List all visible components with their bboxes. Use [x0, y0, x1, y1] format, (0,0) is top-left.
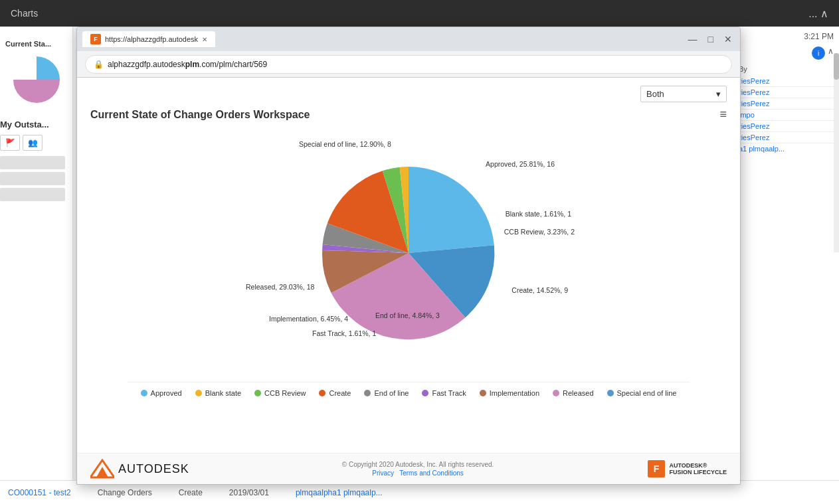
legend-dot-implementation [480, 390, 486, 396]
right-list-item[interactable]: riesPerez [739, 76, 834, 87]
autodesk-logo: AUTODESK [90, 459, 189, 479]
pie-container: Approved, 25.81%, 16 Blank state, 1.61%,… [236, 127, 581, 379]
chart-page-header: Both ▾ [77, 78, 740, 108]
footer-center: © Copyright 2020 Autodesk, Inc. All righ… [342, 461, 494, 477]
legend-label-eol: End of line [374, 389, 409, 397]
app-header-icons: ... ∧ [808, 7, 828, 20]
legend-dot-fast-track [422, 390, 428, 396]
chrome-omnibar: 🔒 alphazzgdfp.autodeskplm.com/plm/chart/… [77, 51, 740, 78]
chrome-tab[interactable]: F https://alphazzgdfp.autodesk ✕ [82, 31, 215, 47]
list-row [0, 188, 65, 201]
right-panel: 3:21 PM i ∧ By riesPerez riesPerez riesP… [733, 27, 839, 504]
legend-label-fast-track: Fast Track [432, 389, 466, 397]
list-row [0, 156, 65, 169]
legend-label-create: Create [329, 389, 351, 397]
hamburger-icon[interactable]: ≡ [719, 108, 727, 122]
fusion-product: FUSION LIFECYCLE [669, 469, 727, 475]
bottom-item-5[interactable]: plmqaalpha1 plmqaalp... [296, 488, 383, 497]
list-row [0, 172, 65, 185]
fusion-lifecycle-logo: F AUTODESK® FUSION LIFECYCLE [646, 459, 727, 479]
both-dropdown[interactable]: Both ▾ [640, 86, 727, 102]
chart-footer: AUTODESK © Copyright 2020 Autodesk, Inc.… [77, 453, 740, 484]
slice-approved[interactable] [409, 167, 494, 253]
fusion-brand: AUTODESK® [669, 462, 727, 469]
maximize-button[interactable]: □ [705, 33, 716, 46]
expand-icon[interactable]: ∧ [828, 46, 834, 60]
chart-area: Approved, 25.81%, 16 Blank state, 1.61%,… [90, 127, 727, 404]
pie-slices [322, 167, 494, 339]
copyright-text: © Copyright 2020 Autodesk, Inc. All righ… [342, 461, 494, 468]
current-state-label: Current Sta... [0, 40, 72, 53]
chart-page: Both ▾ Current State of Change Orders Wo… [77, 78, 740, 484]
legend-item-special-eol: Special end of line [607, 389, 677, 397]
close-tab-icon[interactable]: ✕ [202, 36, 207, 43]
autodesk-text: AUTODESK [118, 462, 189, 476]
app-title: Charts [11, 8, 38, 19]
bottom-item-4: 2019/03/01 [229, 488, 269, 497]
chrome-titlebar: F https://alphazzgdfp.autodesk ✕ — □ ✕ [77, 27, 740, 51]
legend-item-eol: End of line [364, 389, 409, 397]
by-label: By [739, 65, 834, 73]
legend-dot-ccb-review [254, 390, 261, 396]
autodesk-logo-svg [90, 459, 114, 479]
legend-item-fast-track: Fast Track [422, 389, 466, 397]
minimize-button[interactable]: — [686, 33, 700, 46]
bottom-item-2: Change Orders [98, 488, 152, 497]
legend-label-implementation: Implementation [490, 389, 539, 397]
legend-item-implementation: Implementation [480, 389, 539, 397]
legend-item-ccb-review: CCB Review [254, 389, 306, 397]
chart-legend: Approved Blank state CCB Review Create [128, 382, 690, 404]
legend-label-special-eol: Special end of line [617, 389, 677, 397]
bottom-item-1[interactable]: CO000151 - test2 [8, 488, 71, 497]
privacy-link[interactable]: Privacy [372, 469, 394, 477]
scrollbar-thumb[interactable] [834, 53, 839, 80]
right-list-item[interactable]: riesPerez [739, 98, 834, 110]
list-rows [0, 156, 72, 201]
legend-label-ccb-review: CCB Review [264, 389, 306, 397]
people-tab[interactable]: 👥 [23, 135, 43, 151]
my-outstanding-title: My Outsta... [0, 120, 72, 129]
legend-dot-released [553, 390, 559, 396]
lock-icon: 🔒 [94, 60, 104, 69]
my-outstanding-section: My Outsta... 🚩 👥 [0, 120, 72, 201]
legend-label-approved: Approved [151, 389, 182, 397]
url-bar[interactable]: 🔒 alphazzgdfp.autodeskplm.com/plm/chart/… [85, 55, 732, 74]
svg-marker-2 [96, 467, 108, 477]
fusion-text: AUTODESK® FUSION LIFECYCLE [669, 462, 727, 475]
sidebar: Current Sta... My Outsta... 🚩 👥 [0, 27, 73, 504]
flag-tab[interactable]: 🚩 [0, 135, 20, 151]
chart-title-row: Current State of Change Orders Workspace… [90, 108, 727, 122]
legend-dot-blank-state [195, 390, 202, 396]
right-list-item[interactable]: riesPerez [739, 132, 834, 143]
chrome-tab-title: https://alphazzgdfp.autodesk [105, 35, 198, 43]
window-controls: — □ ✕ [686, 33, 735, 46]
terms-link[interactable]: Terms and Conditions [399, 469, 464, 477]
legend-dot-eol [364, 390, 371, 396]
legend-item-approved: Approved [141, 389, 182, 397]
right-list-item[interactable]: a1 plmqaalp... [739, 143, 834, 154]
chart-body: Current State of Change Orders Workspace… [77, 108, 740, 453]
chrome-favicon: F [90, 34, 101, 44]
right-list-item[interactable]: impo [739, 110, 834, 121]
scrollbar-track [834, 53, 839, 252]
close-button[interactable]: ✕ [721, 33, 735, 46]
legend-label-blank-state: Blank state [205, 389, 241, 397]
mini-pie-chart [10, 53, 63, 106]
right-list: riesPerez riesPerez riesPerez impo riesP… [739, 76, 834, 154]
dropdown-label: Both [646, 89, 664, 99]
right-list-item[interactable]: riesPerez [739, 121, 834, 132]
tab-row: 🚩 👥 [0, 135, 72, 151]
dropdown-arrow: ▾ [716, 89, 721, 99]
legend-item-released: Released [553, 389, 593, 397]
app-header: Charts ... ∧ [0, 0, 839, 27]
bottom-item-3: Create [179, 488, 203, 497]
avatar-icon: i [812, 46, 825, 60]
right-list-item[interactable]: riesPerez [739, 87, 834, 98]
legend-item-create: Create [319, 389, 351, 397]
legend-dot-create [319, 390, 326, 396]
chrome-window: F https://alphazzgdfp.autodesk ✕ — □ ✕ 🔒… [76, 27, 741, 485]
legend-dot-approved [141, 390, 147, 396]
legend-label-released: Released [563, 389, 593, 397]
svg-text:F: F [654, 463, 660, 474]
legend-item-blank-state: Blank state [195, 389, 241, 397]
